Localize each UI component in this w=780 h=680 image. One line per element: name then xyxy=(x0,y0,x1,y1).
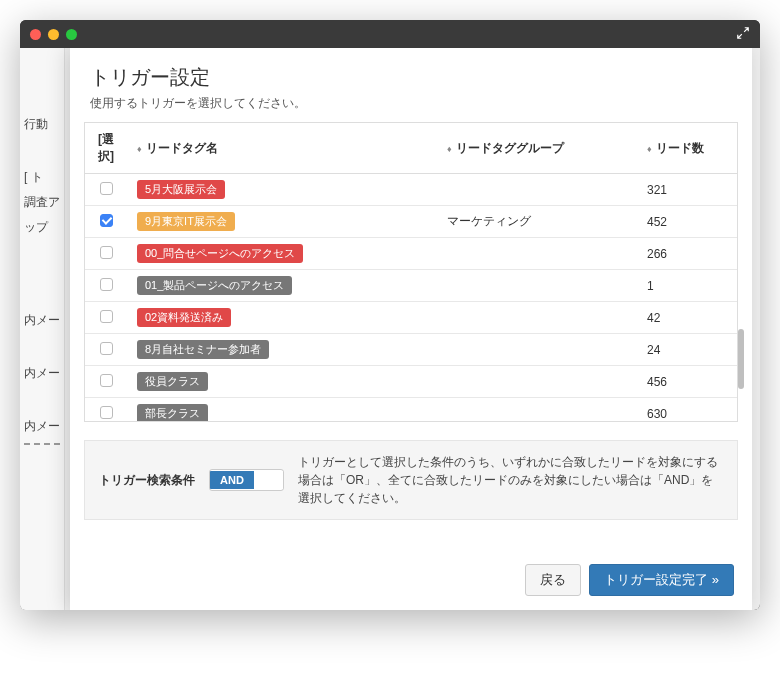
toggle-or[interactable] xyxy=(254,471,283,489)
close-window-button[interactable] xyxy=(30,29,41,40)
condition-label: トリガー検索条件 xyxy=(99,472,195,489)
table-row[interactable]: 部長クラス630 xyxy=(85,398,737,423)
bg-text: [ ト xyxy=(24,169,60,186)
tag-group-cell xyxy=(437,174,637,206)
lead-count-cell: 630 xyxy=(637,398,737,423)
tag-group-cell xyxy=(437,302,637,334)
lead-tag: 5月大阪展示会 xyxy=(137,180,225,199)
col-select: [選択] xyxy=(85,123,127,174)
sort-icon: ♦ xyxy=(447,145,452,154)
trigger-table-body: 5月大阪展示会3219月東京IT展示会マーケティング45200_問合せページへの… xyxy=(85,174,737,423)
and-or-toggle[interactable]: AND xyxy=(209,469,284,491)
row-checkbox[interactable] xyxy=(100,342,113,355)
table-row[interactable]: 02資料発送済み42 xyxy=(85,302,737,334)
lead-count-cell: 42 xyxy=(637,302,737,334)
tag-group-cell xyxy=(437,366,637,398)
table-row[interactable]: 01_製品ページへのアクセス1 xyxy=(85,270,737,302)
lead-tag: 9月東京IT展示会 xyxy=(137,212,235,231)
toggle-and[interactable]: AND xyxy=(210,471,254,489)
bg-text: 内メー xyxy=(24,365,60,382)
modal-subtitle: 使用するトリガーを選択してください。 xyxy=(90,95,732,112)
modal-header: トリガー設定 使用するトリガーを選択してください。 xyxy=(70,48,752,122)
lead-tag: 01_製品ページへのアクセス xyxy=(137,276,292,295)
table-row[interactable]: 8月自社セミナー参加者24 xyxy=(85,334,737,366)
modal-title: トリガー設定 xyxy=(90,64,732,91)
lead-count-cell: 452 xyxy=(637,206,737,238)
col-tag-name[interactable]: ♦リードタグ名 xyxy=(127,123,437,174)
scrollbar-thumb[interactable] xyxy=(738,329,744,389)
condition-description: トリガーとして選択した条件のうち、いずれかに合致したリードを対象にする場合は「O… xyxy=(298,453,723,507)
trigger-settings-modal: トリガー設定 使用するトリガーを選択してください。 [選択] ♦リードタグ名 ♦… xyxy=(70,48,752,610)
maximize-window-button[interactable] xyxy=(66,29,77,40)
minimize-window-button[interactable] xyxy=(48,29,59,40)
table-row[interactable]: 5月大阪展示会321 xyxy=(85,174,737,206)
table-row[interactable]: 00_問合せページへのアクセス266 xyxy=(85,238,737,270)
modal-body: [選択] ♦リードタグ名 ♦リードタググループ ♦リード数 5月大阪展示会321… xyxy=(70,122,752,550)
sort-icon: ♦ xyxy=(137,145,142,154)
col-tag-group[interactable]: ♦リードタググループ xyxy=(437,123,637,174)
sort-icon: ♦ xyxy=(647,145,652,154)
row-checkbox[interactable] xyxy=(100,374,113,387)
lead-count-cell: 24 xyxy=(637,334,737,366)
lead-tag: 02資料発送済み xyxy=(137,308,231,327)
back-button[interactable]: 戻る xyxy=(525,564,581,596)
window-controls xyxy=(30,29,77,40)
tag-group-cell xyxy=(437,398,637,423)
row-checkbox[interactable] xyxy=(100,182,113,195)
bg-text: 調査ア xyxy=(24,194,60,211)
trigger-table-wrap[interactable]: [選択] ♦リードタグ名 ♦リードタググループ ♦リード数 5月大阪展示会321… xyxy=(84,122,738,422)
lead-tag: 8月自社セミナー参加者 xyxy=(137,340,269,359)
lead-count-cell: 1 xyxy=(637,270,737,302)
window-titlebar xyxy=(20,20,760,48)
trigger-table: [選択] ♦リードタグ名 ♦リードタググループ ♦リード数 5月大阪展示会321… xyxy=(85,123,737,422)
row-checkbox[interactable] xyxy=(100,246,113,259)
lead-count-cell: 456 xyxy=(637,366,737,398)
lead-count-cell: 266 xyxy=(637,238,737,270)
app-window: 行動 [ ト 調査ア ップ 内メー 内メー 内メー トリガー設定 使用するトリガ… xyxy=(20,20,760,610)
table-row[interactable]: 9月東京IT展示会マーケティング452 xyxy=(85,206,737,238)
bg-text: ップ xyxy=(24,219,60,236)
table-row[interactable]: 役員クラス456 xyxy=(85,366,737,398)
lead-tag: 00_問合せページへのアクセス xyxy=(137,244,303,263)
background-content: 行動 [ ト 調査ア ップ 内メー 内メー 内メー xyxy=(20,48,65,610)
tag-group-cell xyxy=(437,334,637,366)
condition-panel: トリガー検索条件 AND トリガーとして選択した条件のうち、いずれかに合致したリ… xyxy=(84,440,738,520)
bg-text: 行動 xyxy=(24,116,60,133)
app-body: 行動 [ ト 調査ア ップ 内メー 内メー 内メー トリガー設定 使用するトリガ… xyxy=(20,48,760,610)
col-count[interactable]: ♦リード数 xyxy=(637,123,737,174)
row-checkbox[interactable] xyxy=(100,310,113,323)
row-checkbox[interactable] xyxy=(100,406,113,419)
bg-text: 内メー xyxy=(24,418,60,435)
lead-tag: 部長クラス xyxy=(137,404,208,422)
row-checkbox[interactable] xyxy=(100,278,113,291)
bg-text: 内メー xyxy=(24,312,60,329)
row-checkbox[interactable] xyxy=(100,214,113,227)
tag-group-cell: マーケティング xyxy=(437,206,637,238)
fullscreen-icon[interactable] xyxy=(736,26,750,43)
lead-tag: 役員クラス xyxy=(137,372,208,391)
tag-group-cell xyxy=(437,238,637,270)
modal-footer: 戻る トリガー設定完了 » xyxy=(70,550,752,610)
tag-group-cell xyxy=(437,270,637,302)
complete-button[interactable]: トリガー設定完了 » xyxy=(589,564,734,596)
lead-count-cell: 321 xyxy=(637,174,737,206)
bg-divider xyxy=(24,443,60,445)
